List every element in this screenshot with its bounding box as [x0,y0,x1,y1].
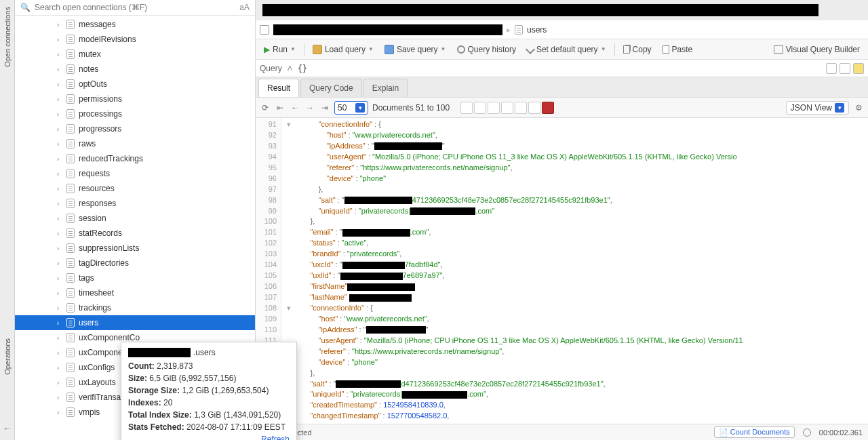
pin-icon [526,44,535,54]
sidebar-item-suppressionLists[interactable]: ›suppressionLists [15,241,255,256]
sidebar-item-mutex[interactable]: ›mutex [15,47,255,62]
copy-icon [623,45,630,54]
collection-icon [66,184,75,193]
chevron-right-icon: › [57,36,62,43]
rb-action-3[interactable] [488,102,500,114]
first-page-icon[interactable]: ⇤ [275,102,285,113]
rb-action-2[interactable] [474,102,486,114]
query-option-1[interactable] [826,63,837,74]
breadcrumb-collection: users [527,25,547,35]
chevron-right-icon: › [57,409,62,416]
sidebar-item-processings[interactable]: ›processings [15,106,255,121]
tab-query-code[interactable]: Query Code [300,79,362,97]
sidebar-item-trackings[interactable]: ›trackings [15,300,255,315]
rb-action-4[interactable] [501,102,513,114]
rb-action-5[interactable] [515,102,527,114]
collection-label: optOuts [79,79,107,89]
sidebar-item-raws[interactable]: ›raws [15,136,255,151]
run-button[interactable]: ▶Run▼ [260,43,300,56]
code-area[interactable]: ▾ "connectionInfo" : { "host" : "www.pri… [281,118,868,424]
sidebar-item-tagDirectories[interactable]: ›tagDirectories [15,256,255,271]
prev-page-icon[interactable]: ← [290,102,300,113]
sidebar-item-notes[interactable]: ›notes [15,62,255,77]
sidebar-item-users[interactable]: ›users [15,315,255,330]
collection-label: modelRevisions [79,35,136,44]
play-icon: ▶ [264,45,270,54]
collection-label: trackings [79,303,111,313]
query-label: Query [260,64,282,73]
view-mode-select[interactable]: JSON View▾ [786,101,849,115]
collection-icon [66,318,75,327]
query-history-button[interactable]: Query history [453,43,520,56]
doc-range: Documents 51 to 100 [372,103,450,113]
json-editor[interactable]: 91 92 93 94 95 96 97 98 99 100 101 102 1… [256,118,868,424]
sidebar-item-statRecords[interactable]: ›statRecords [15,226,255,241]
last-page-icon[interactable]: ⇥ [319,102,330,113]
collection-label: tags [79,273,94,283]
query-text[interactable]: {} [298,64,821,73]
visual-query-builder-button[interactable]: Visual Query Builder [770,43,864,56]
page-size-select[interactable]: 50▾ [334,101,368,115]
collection-icon [66,64,75,74]
copy-button[interactable]: Copy [619,43,656,56]
rail-tab-operations[interactable]: Operations [3,338,12,375]
query-option-2[interactable] [840,63,850,74]
redacted-connection [273,24,502,35]
sidebar-item-modelRevisions[interactable]: ›modelRevisions [15,32,255,47]
sidebar-item-requests[interactable]: ›requests [15,166,255,181]
paste-icon [663,45,669,54]
collection-label: messages [79,20,116,29]
query-row: Query ᐱ {} [256,60,868,77]
sidebar-item-reducedTrackings[interactable]: ›reducedTrackings [15,151,255,166]
rb-action-delete[interactable] [542,102,554,114]
chevron-up-icon[interactable]: ᐱ [288,64,292,72]
settings-icon[interactable]: ⚙ [853,102,864,113]
collection-icon [515,25,523,35]
collection-icon [66,20,75,29]
search-input[interactable] [35,3,235,12]
collection-icon [66,228,75,238]
chevron-right-icon: › [57,66,62,73]
rb-action-6[interactable] [528,102,540,114]
next-page-icon[interactable]: → [304,102,315,113]
sidebar-item-session[interactable]: ›session [15,211,255,226]
left-rail: Open connections Operations ← [0,0,15,440]
sidebar-item-optOuts[interactable]: ›optOuts [15,77,255,92]
save-icon [384,45,394,54]
sidebar-item-permissions[interactable]: ›permissions [15,92,255,106]
count-documents-button[interactable]: 📄 Count Documents [714,426,795,438]
collection-icon [66,79,75,89]
collection-label: uxComponentCo [79,333,140,342]
save-query-button[interactable]: Save query▼ [380,43,450,56]
paste-button[interactable]: Paste [658,43,697,56]
chevron-right-icon: › [57,111,62,118]
set-default-query-button[interactable]: Set default query▼ [523,43,610,56]
collection-label: users [79,318,98,327]
sidebar-item-responses[interactable]: ›responses [15,196,255,211]
refresh-icon[interactable]: ⟳ [260,102,271,113]
sidebar-item-messages[interactable]: ›messages [15,17,255,32]
collection-icon [66,288,75,298]
chevron-right-icon: › [57,21,62,28]
tab-result[interactable]: Result [258,79,299,97]
rb-action-1[interactable] [460,102,473,114]
timer-icon [803,428,811,437]
rail-tab-open-connections[interactable]: Open connections [3,7,12,67]
query-option-3[interactable] [853,63,864,74]
collection-icon [66,49,75,59]
collection-icon [66,124,75,134]
load-query-button[interactable]: Load query▼ [309,43,378,56]
sidebar-item-progressors[interactable]: ›progressors [15,121,255,136]
back-arrow-icon[interactable]: ← [3,424,12,433]
tooltip-refresh-link[interactable]: Refresh [261,435,290,440]
breadcrumb: ▸ users [256,20,868,39]
chevron-right-icon: › [57,260,62,267]
chevron-right-icon: › [57,304,62,312]
sidebar-item-timesheet[interactable]: ›timesheet [15,285,255,300]
chevron-right-icon: › [57,140,62,148]
tab-explain[interactable]: Explain [363,79,408,97]
sidebar-item-resources[interactable]: ›resources [15,181,255,196]
chevron-right-icon: › [57,230,62,237]
sidebar-item-tags[interactable]: ›tags [15,271,255,285]
case-toggle[interactable]: aA [239,3,250,12]
